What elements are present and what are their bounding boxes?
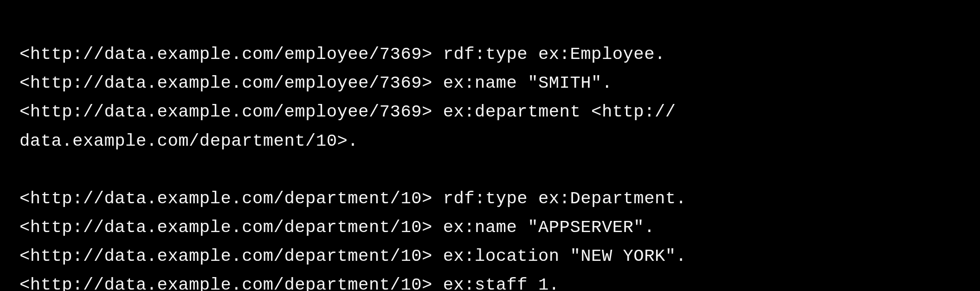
- code-line: <http://data.example.com/department/10> …: [19, 275, 560, 291]
- code-line: <http://data.example.com/department/10> …: [19, 246, 686, 266]
- rdf-code-block: <http://data.example.com/employee/7369> …: [0, 0, 980, 291]
- code-line: <http://data.example.com/employee/7369> …: [19, 73, 612, 93]
- code-line: <http://data.example.com/department/10> …: [19, 218, 655, 237]
- code-line: <http://data.example.com/department/10> …: [19, 189, 686, 208]
- code-line: <http://data.example.com/employee/7369> …: [19, 45, 665, 64]
- code-line: <http://data.example.com/employee/7369> …: [19, 102, 676, 122]
- code-line: data.example.com/department/10>.: [19, 131, 358, 151]
